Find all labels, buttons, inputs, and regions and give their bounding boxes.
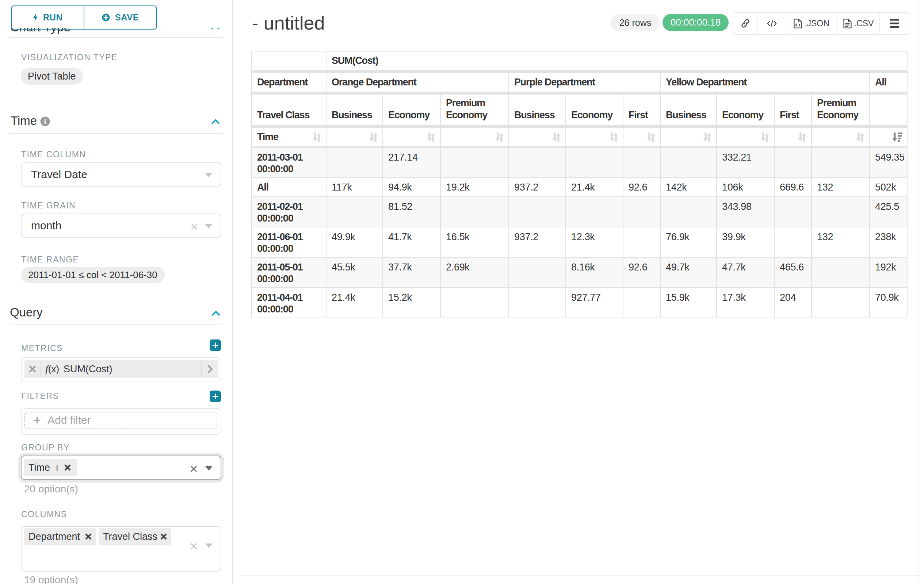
- svg-text:i: i: [44, 118, 46, 125]
